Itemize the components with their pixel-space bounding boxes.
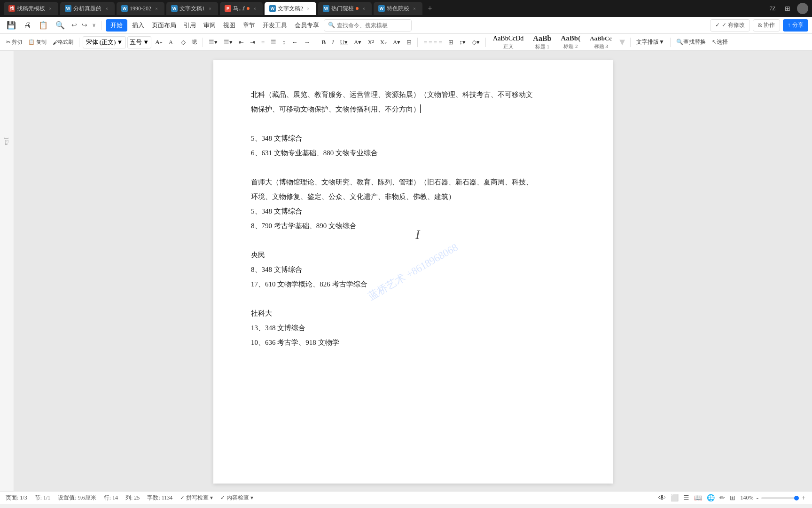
tab-4[interactable]: W 文字文稿1 × xyxy=(166,2,218,15)
font-family-selector[interactable]: 宋体 (正文) ▼ xyxy=(83,36,126,48)
zoom-slider[interactable] xyxy=(761,497,799,499)
line-spacing-button[interactable]: ↕▾ xyxy=(457,36,468,48)
undo-button[interactable]: ↩ xyxy=(70,19,79,32)
align-buttons[interactable]: ≡ ≡ ≡ ≡ xyxy=(421,36,444,48)
list-ordered-button[interactable]: ☰▾ xyxy=(221,36,235,48)
page-info: 页面: 1/3 xyxy=(6,494,27,502)
tab-2[interactable]: W 分析真题的 × xyxy=(60,2,115,15)
pen-icon[interactable]: ✏ xyxy=(719,494,725,502)
search-input[interactable] xyxy=(337,22,407,29)
tab-1-close[interactable]: × xyxy=(47,5,54,12)
undo-more-button[interactable]: ∨ xyxy=(90,19,98,32)
align-center-button[interactable]: ☰ xyxy=(268,36,279,48)
add-tab-button[interactable]: + xyxy=(424,3,436,14)
italic-button[interactable]: I xyxy=(329,36,336,48)
superscript-button[interactable]: X² xyxy=(365,36,376,48)
shapes-button[interactable]: ◇▾ xyxy=(469,36,482,48)
list-unordered-button[interactable]: ☰▾ xyxy=(206,36,220,48)
search-small-icon[interactable]: 🔍 xyxy=(53,19,68,32)
tab-5[interactable]: P 马...f × xyxy=(220,2,263,15)
section-info: 节: 1/1 xyxy=(35,494,51,502)
highlight-button[interactable]: A▾ xyxy=(390,36,403,48)
redo-button[interactable]: ↪ xyxy=(80,19,89,32)
zoom-plus-button[interactable]: + xyxy=(801,494,806,502)
menu-view[interactable]: 视图 xyxy=(220,19,238,32)
clear-format-button[interactable]: ◇ xyxy=(179,36,188,48)
tab-2-close[interactable]: × xyxy=(103,5,110,12)
tab-4-close[interactable]: × xyxy=(207,5,213,12)
share-button[interactable]: ↑ 分享 xyxy=(783,19,808,32)
eye-icon[interactable]: 👁 xyxy=(658,494,666,502)
tab-8-close[interactable]: × xyxy=(411,5,418,12)
outline-view-icon[interactable]: ☰ xyxy=(683,494,689,502)
tab-8[interactable]: W 特色院校 × xyxy=(374,2,422,15)
tab-6-close[interactable]: × xyxy=(305,5,312,12)
indent-right-button[interactable]: ⇥ xyxy=(248,36,258,48)
user-avatar[interactable] xyxy=(797,3,808,14)
decrease-font-button[interactable]: A- xyxy=(166,36,177,48)
menu-insert[interactable]: 插入 xyxy=(129,19,147,32)
tab-7[interactable]: W 热门院校 × xyxy=(318,2,372,15)
align-left-button[interactable]: ≡ xyxy=(259,36,267,48)
style-h1[interactable]: AaBb 标题 1 xyxy=(529,33,555,51)
indent-inc-button[interactable]: → xyxy=(302,36,312,48)
collab-button[interactable]: & 协作 xyxy=(753,19,780,32)
sort-button[interactable]: ↕ xyxy=(280,36,288,48)
indent-left-button[interactable]: ⇤ xyxy=(236,36,246,48)
cut-button[interactable]: ✂ 剪切 xyxy=(4,36,24,48)
page-view-icon[interactable]: ⬜ xyxy=(671,494,679,502)
tab-6[interactable]: W 文字文稿2 × xyxy=(265,2,316,15)
file-save-icon[interactable]: 💾 xyxy=(4,19,19,32)
collab-label: & 协作 xyxy=(758,21,775,29)
table-button[interactable]: ⊞ xyxy=(446,36,456,48)
file-export-icon[interactable]: 📋 xyxy=(36,19,51,32)
more-styles-chevron[interactable]: ▼ xyxy=(617,37,627,48)
zoom-minus-button[interactable]: - xyxy=(755,494,759,502)
increase-font-button[interactable]: A+ xyxy=(153,36,165,48)
document-area[interactable]: 蓝桥艺术 +8618968068 北科（藏品、展览、教育服务、运营管理、资源拓展… xyxy=(14,51,812,491)
text-layout-button[interactable]: 文字排版▼ xyxy=(634,36,667,48)
select-button[interactable]: ↖ 选择 xyxy=(710,36,730,48)
indent-dec-button[interactable]: ← xyxy=(289,36,300,48)
find-replace-button[interactable]: 🔍 查找替换 xyxy=(674,36,708,48)
format-toolbar: ✂ 剪切 📋 复制 🖌 格式刷 宋体 (正文) ▼ 五号 ▼ A+ A- ◇ 嗯… xyxy=(0,34,812,51)
fit-page-icon[interactable]: ⊞ xyxy=(730,494,735,502)
format-painter-button[interactable]: 🖌 格式刷 xyxy=(50,36,76,48)
content-check-button[interactable]: ✓ 内容检查 ▾ xyxy=(220,494,253,502)
style-h3[interactable]: AaBbCc 标题 3 xyxy=(586,34,616,51)
menu-review[interactable]: 审阅 xyxy=(201,19,219,32)
menu-member[interactable]: 会员专享 xyxy=(292,19,322,32)
style-h2[interactable]: AaBb( 标题 2 xyxy=(557,33,584,51)
tab-1[interactable]: 找 找稿壳模板 × xyxy=(4,2,58,15)
style-normal[interactable]: AaBbCcDd 正文 xyxy=(489,34,527,51)
page-content[interactable]: 北科（藏品、展览、教育服务、运营管理、资源拓展）（文物管理、科技考古、不可移动文… xyxy=(251,88,575,349)
tab-3[interactable]: W 1990-202 × xyxy=(117,2,164,15)
search-box[interactable]: 🔍 xyxy=(324,19,412,32)
menu-start[interactable]: 开始 xyxy=(106,19,127,32)
tab-3-close[interactable]: × xyxy=(153,5,160,12)
phonetic-button[interactable]: 嗯 xyxy=(189,36,199,48)
copy-button[interactable]: 📋 复制 xyxy=(26,36,49,48)
page-num-indicator: ] Ea xyxy=(4,137,9,145)
window-icon-2[interactable]: ⊞ xyxy=(782,3,793,14)
tab-5-close[interactable]: × xyxy=(251,5,258,12)
file-print-icon[interactable]: 🖨 xyxy=(21,19,34,32)
underline-button[interactable]: U▾ xyxy=(338,36,350,48)
document-page[interactable]: 蓝桥艺术 +8618968068 北科（藏品、展览、教育服务、运营管理、资源拓展… xyxy=(213,60,613,484)
menu-chapter[interactable]: 章节 xyxy=(240,19,258,32)
web-view-icon[interactable]: 🌐 xyxy=(707,494,715,502)
zoom-thumb[interactable] xyxy=(794,496,799,500)
bold-button[interactable]: B xyxy=(320,36,328,48)
font-color-button[interactable]: A▾ xyxy=(351,36,364,48)
menu-reference[interactable]: 引用 xyxy=(181,19,199,32)
tab-7-close[interactable]: × xyxy=(360,5,367,12)
border-button[interactable]: ⊞ xyxy=(404,36,414,48)
font-size-selector[interactable]: 五号 ▼ xyxy=(127,36,151,48)
window-icon-1[interactable]: 7Z xyxy=(767,3,778,14)
menu-dev[interactable]: 开发工具 xyxy=(260,19,290,32)
spell-check-button[interactable]: ✓ 拼写检查 ▾ xyxy=(180,494,213,502)
read-view-icon[interactable]: 📖 xyxy=(694,494,702,502)
subscript-button[interactable]: X₂ xyxy=(378,36,389,48)
menu-layout[interactable]: 页面布局 xyxy=(149,19,179,32)
revision-button[interactable]: ✓ ✓ 有修改 xyxy=(710,19,750,32)
